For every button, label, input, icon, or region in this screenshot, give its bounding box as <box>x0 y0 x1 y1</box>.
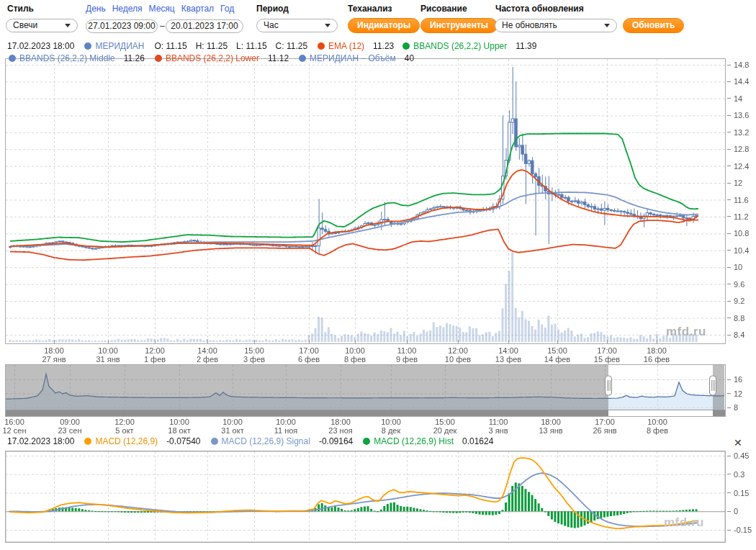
x-axis-label: 10:0018 окт <box>156 418 202 435</box>
y-axis-label: 8.8 <box>727 313 744 323</box>
chevron-down-icon <box>65 24 71 27</box>
y-axis-label: 0 <box>727 506 738 516</box>
x-axis-label: 17:0015 фев <box>584 346 630 364</box>
range-link-quarter[interactable]: Квартал <box>181 4 214 14</box>
legend-main-1: 17.02.2023 18:00МЕРИДИАНO: 11.15H: 11.25… <box>7 41 536 51</box>
legend-text: C: 11.25 <box>276 41 307 51</box>
main-chart-canvas[interactable] <box>5 58 726 344</box>
macd-canvas[interactable] <box>5 451 726 543</box>
navigator-handle-left[interactable] <box>604 375 613 395</box>
x-axis-label: 10:0011 ноя <box>263 418 309 435</box>
x-axis-label: 10:0031 янв <box>85 346 131 364</box>
x-axis-label: 12:005 окт <box>102 418 148 435</box>
legend-text: 17.02.2023 18:00 <box>7 436 74 446</box>
y-axis-label: 10.4 <box>727 245 749 256</box>
y-axis-label: 10.8 <box>727 228 749 238</box>
legend-macd: 17.02.2023 18:00MACD (12,26,9)-0.07540MA… <box>7 436 493 446</box>
legend-dot <box>211 438 218 445</box>
x-axis-label: 18:0016 фев <box>634 346 680 364</box>
legend-dot <box>84 42 91 50</box>
y-axis-label: 11.6 <box>727 195 749 205</box>
date-from-input[interactable]: 27.01.2023 09:00 <box>86 19 158 33</box>
style-select[interactable]: Свечи <box>6 19 78 32</box>
chevron-down-icon <box>604 24 610 27</box>
range-link-week[interactable]: Неделя <box>112 4 143 14</box>
x-axis-label: 16:0012 сен <box>0 418 37 435</box>
legend-dot <box>363 438 370 445</box>
y-axis-label: 12.8 <box>727 144 749 154</box>
legend-text: 0.01624 <box>462 436 493 446</box>
y-axis-label: 12 <box>727 389 742 399</box>
x-axis-label: 15:0020 дек <box>422 418 468 435</box>
x-axis-label: 12:001 фев <box>132 346 178 364</box>
x-axis-label: 17:006 фев <box>286 346 332 364</box>
indicators-button[interactable]: Индикаторы <box>348 18 420 33</box>
x-axis-label: 15:0014 фев <box>534 346 580 364</box>
y-axis-label: 14.4 <box>727 76 749 86</box>
legend-text: -0.07540 <box>166 436 200 446</box>
x-axis-label: 10:0031 окт <box>210 418 256 435</box>
x-axis-label: 12:0010 фев <box>435 346 481 364</box>
legend-text: BBANDS (26,2,2) Lower <box>166 53 259 63</box>
legend-text: МЕРИДИАН – Объём <box>310 53 396 63</box>
legend-dot <box>299 55 306 62</box>
technical-analysis-label: Теханализ <box>348 4 392 14</box>
x-axis-label: 10:008 фев <box>634 418 680 435</box>
legend-text: -0.09164 <box>319 436 353 446</box>
range-link-year[interactable]: Год <box>220 4 234 14</box>
y-axis-label: 13.2 <box>727 127 749 138</box>
x-axis-label: 18:0013 янв <box>528 418 574 435</box>
navigator-canvas[interactable] <box>5 364 726 417</box>
legend-text: МЕРИДИАН <box>95 41 144 51</box>
y-axis-label: -0.15 <box>727 525 752 535</box>
close-icon[interactable]: ✕ <box>734 438 742 448</box>
legend-main-2: BBANDS (26,2,2) Middle11.26BBANDS (26,2,… <box>7 53 414 63</box>
y-axis-label: 13.6 <box>727 110 749 120</box>
refresh-rate-label: Частота обновления <box>495 4 584 14</box>
x-axis-label: 17:0026 янв <box>582 418 628 435</box>
y-axis-label: 0.45 <box>727 451 749 461</box>
x-axis-label: 09:0023 сен <box>47 418 93 435</box>
x-axis-label: 10:008 дек <box>368 418 414 435</box>
legend-text: MACD (12,26,9) Hist <box>374 436 454 446</box>
watermark-main: mfd.ru <box>666 325 706 339</box>
legend-text: 11.12 <box>268 53 289 63</box>
y-axis-label: 12 <box>727 178 742 188</box>
legend-text: EMA (12) <box>328 41 364 51</box>
x-axis-label: 15:003 фев <box>231 346 277 364</box>
toolbar: Стиль Свечи День Неделя Месяц Квартал Го… <box>0 0 756 40</box>
watermark-macd: mfd.ru <box>664 515 704 530</box>
y-axis-label: 12.4 <box>727 161 749 171</box>
y-axis-label: 9.6 <box>727 279 744 289</box>
tools-button[interactable]: Инструменты <box>420 18 498 33</box>
drawing-label: Рисование <box>420 4 467 14</box>
period-select[interactable]: Час <box>256 19 338 32</box>
chevron-down-icon <box>325 24 330 27</box>
y-axis-label: 8.4 <box>727 330 744 340</box>
legend-text: MACD (12,26,9) Signal <box>222 436 310 446</box>
range-link-month[interactable]: Месяц <box>149 4 175 14</box>
x-axis-label: 14:002 фев <box>184 346 230 364</box>
date-to-input[interactable]: 20.01.2023 17:00 <box>166 19 243 33</box>
refresh-rate-select[interactable]: Не обновлять <box>495 19 617 32</box>
legend-text: H: 11.25 <box>196 41 228 51</box>
style-label: Стиль <box>7 4 34 14</box>
y-axis-label: 10 <box>727 262 742 272</box>
y-axis-label: 0.15 <box>727 488 749 498</box>
period-label: Период <box>256 4 289 14</box>
legend-text: 17.02.2023 18:00 <box>7 41 74 51</box>
legend-text: 11.39 <box>516 41 536 51</box>
y-axis-label: 9.2 <box>727 296 744 306</box>
legend-text: MACD (12,26,9) <box>95 436 158 446</box>
range-link-day[interactable]: День <box>86 4 106 14</box>
update-button[interactable]: Обновить <box>623 18 684 33</box>
legend-dot <box>9 55 16 62</box>
navigator-handle-right[interactable] <box>708 375 717 395</box>
legend-dot <box>84 438 91 445</box>
y-axis-label: 11.2 <box>727 212 749 222</box>
legend-dot <box>155 55 162 62</box>
x-axis-label: 18:0023 ноя <box>318 418 364 435</box>
y-axis-label: 16 <box>727 374 742 384</box>
y-axis-label: 14.8 <box>727 60 749 70</box>
legend-text: BBANDS (26,2,2) Upper <box>413 41 507 51</box>
